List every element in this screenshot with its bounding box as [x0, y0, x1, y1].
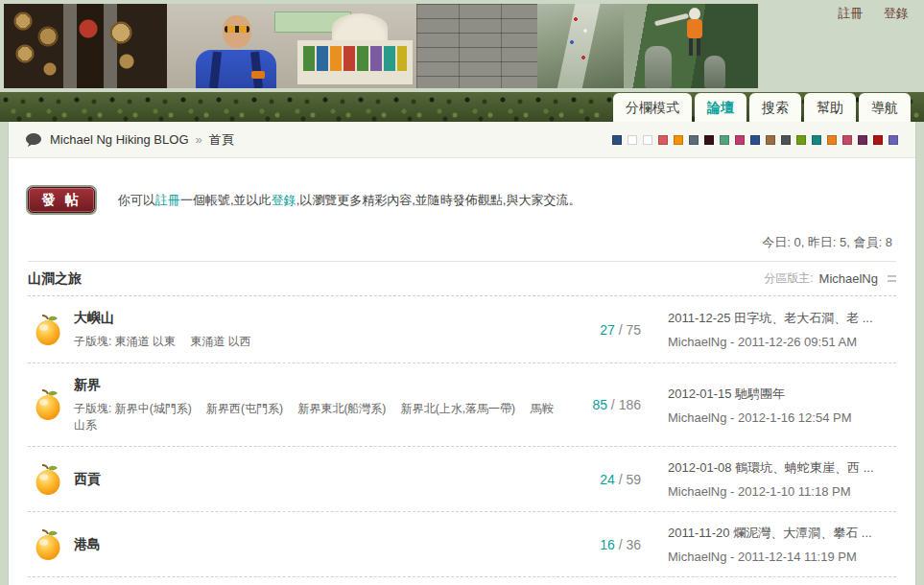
breadcrumb-site-link[interactable]: Michael Ng Hiking BLOG: [50, 132, 189, 147]
last-post-meta[interactable]: MichaelNg - 2012-1-16 12:54 PM: [668, 410, 896, 425]
comment-bubble-icon: [26, 133, 41, 147]
theme-swatch[interactable]: [704, 135, 714, 145]
category-header: 山澗之旅 分區版主: MichaelNg: [28, 262, 896, 296]
last-post-meta[interactable]: MichaelNg - 2012-1-10 11:18 PM: [668, 484, 896, 499]
tab-forum[interactable]: 論壇: [695, 93, 746, 122]
forum-title-link[interactable]: 港島: [74, 536, 101, 553]
thread-count: 85: [592, 397, 607, 412]
banner-man-figure: [196, 15, 278, 88]
post-count: 59: [626, 472, 641, 487]
last-post: 2011-12-25 田字坑、老大石澗、老 ... MichaelNg - 20…: [668, 310, 896, 349]
theme-swatch[interactable]: [858, 135, 867, 145]
theme-swatch[interactable]: [643, 135, 652, 145]
post-count: 186: [619, 397, 641, 412]
tab-search[interactable]: 搜索: [749, 93, 801, 122]
banner-man-head: [223, 15, 251, 48]
theme-swatch[interactable]: [612, 135, 622, 145]
nav-tabs: 分欄模式 論壇 搜索 幫助 導航: [613, 93, 911, 122]
banner-hiker-legs: [689, 38, 700, 56]
forum-main: 新界 子版塊: 新界中(城門系) 新界西(屯門系) 新界東北(船灣系) 新界北(…: [74, 376, 558, 433]
register-link[interactable]: 註冊: [838, 6, 863, 20]
banner-bookshelf: [297, 40, 413, 84]
tab-help[interactable]: 幫助: [804, 93, 856, 122]
forum-row: 港島 16 / 36 2011-11-20 爛泥灣、大潭澗、攀石 ... Mic…: [28, 512, 896, 577]
last-post-title-link[interactable]: 2011-11-20 爛泥灣、大潭澗、攀石 ...: [668, 525, 896, 542]
theme-swatch[interactable]: [628, 135, 637, 145]
breadcrumb-current-page: 首頁: [209, 131, 234, 149]
collapse-icon[interactable]: [888, 275, 896, 282]
theme-swatch[interactable]: [812, 135, 821, 145]
subforum-link[interactable]: 新界東北(船灣系): [297, 402, 386, 415]
theme-swatch[interactable]: [689, 135, 699, 145]
breadcrumb: Michael Ng Hiking BLOG » 首頁: [9, 122, 915, 158]
subforum-link[interactable]: 東涌道 以東: [115, 335, 176, 348]
last-post-title-link[interactable]: 2012-01-15 馳騁團年: [668, 386, 896, 403]
content-card: Michael Ng Hiking BLOG » 首頁 發 帖 你可以註冊一個帳…: [8, 122, 916, 585]
subforum-link[interactable]: 新界西(屯門系): [206, 402, 283, 415]
new-post-button[interactable]: 發 帖: [28, 187, 95, 213]
last-post-title-link[interactable]: 2011-12-25 田字坑、老大石澗、老 ...: [668, 310, 896, 327]
theme-swatch[interactable]: [750, 135, 760, 145]
breadcrumb-separator: »: [196, 132, 202, 147]
theme-swatch[interactable]: [766, 135, 775, 145]
banner-sunglasses: [225, 26, 249, 33]
login-inline-link[interactable]: 登錄: [272, 193, 296, 207]
theme-swatch[interactable]: [842, 135, 852, 145]
theme-swatch[interactable]: [796, 135, 806, 145]
board-stats: 今日: 0, 昨日: 5, 會員: 8: [9, 213, 915, 259]
banner-book-spines: [303, 46, 407, 71]
theme-swatch[interactable]: [720, 135, 729, 145]
subforum-link[interactable]: 新界北(上水,落馬一帶): [401, 402, 515, 415]
theme-swatch[interactable]: [873, 135, 883, 145]
theme-swatch[interactable]: [674, 135, 683, 145]
forum-main: 大嶼山 子版塊: 東涌道 以東 東涌道 以西: [74, 309, 558, 350]
theme-swatch-row: [612, 135, 898, 145]
forum-title-link[interactable]: 新界: [74, 377, 101, 394]
welcome-text-part: 你可以: [118, 193, 155, 207]
register-inline-link[interactable]: 註冊: [155, 193, 180, 207]
forum-title-link[interactable]: 大嶼山: [74, 310, 114, 327]
forum-fruit-icon: [34, 528, 64, 561]
moderator-area: 分區版主: MichaelNg: [764, 270, 896, 287]
login-link[interactable]: 登錄: [884, 6, 909, 20]
banner-photo-mountain-steps: [537, 4, 624, 88]
category-title: 山澗之旅: [28, 270, 82, 288]
banner-photo-hiker-ridge: [624, 4, 758, 88]
theme-swatch[interactable]: [658, 135, 668, 145]
last-post: 2012-01-08 鶴環坑、蚺蛇東崖、西 ... MichaelNg - 20…: [668, 459, 896, 499]
banner-hiker-vest: [687, 19, 702, 38]
tab-navigation[interactable]: 導航: [859, 93, 911, 122]
forum-stats: 27 / 75: [558, 322, 641, 338]
stats-separator: /: [615, 472, 627, 487]
subforum-line: 子版塊: 新界中(城門系) 新界西(屯門系) 新界東北(船灣系) 新界北(上水,…: [74, 401, 558, 433]
banner-strap-buckle: [251, 71, 265, 79]
theme-swatch[interactable]: [735, 135, 745, 145]
moderator-link[interactable]: MichaelNg: [819, 271, 878, 286]
forum-main: 港島: [74, 535, 558, 553]
subforum-link[interactable]: 東涌道 以西: [190, 335, 250, 348]
subforum-label: 子版塊:: [74, 402, 111, 415]
last-post-meta[interactable]: MichaelNg - 2011-12-26 09:51 AM: [668, 335, 896, 349]
forum-title-link[interactable]: 西貢: [74, 471, 101, 488]
forum-category: 山澗之旅 分區版主: MichaelNg 大嶼山 子版塊: 東涌道 以東 東涌道…: [28, 261, 896, 585]
theme-swatch[interactable]: [781, 135, 791, 145]
theme-swatch[interactable]: [827, 135, 837, 145]
welcome-text: 你可以註冊一個帳號,並以此登錄,以瀏覽更多精彩內容,並隨時發佈觀點,與大家交流。: [118, 192, 580, 209]
forum-fruit-icon: [34, 463, 64, 496]
account-links: 註冊 登錄: [820, 5, 909, 22]
last-post-title-link[interactable]: 2012-01-08 鶴環坑、蚺蛇東崖、西 ...: [668, 459, 896, 477]
stats-separator: /: [615, 537, 627, 552]
banner-hiker-figure: [668, 8, 725, 65]
forum-fruit-icon: [34, 314, 64, 346]
last-post-meta[interactable]: MichaelNg - 2011-12-14 11:19 PM: [668, 550, 896, 564]
tab-column-mode[interactable]: 分欄模式: [613, 93, 692, 122]
moderator-label: 分區版主:: [764, 270, 813, 287]
theme-swatch[interactable]: [888, 135, 898, 145]
banner-photo-storefront: [167, 4, 416, 88]
thread-count: 24: [600, 472, 615, 487]
banner-tiny-people: [537, 4, 624, 88]
subforum-label: 子版塊:: [74, 335, 111, 348]
forum-row: 離島 17 / 40 2007-12-02 坪洲 - STBC MichaelN…: [28, 577, 896, 585]
subforum-link[interactable]: 新界中(城門系): [115, 402, 192, 415]
thread-count: 16: [600, 537, 615, 552]
